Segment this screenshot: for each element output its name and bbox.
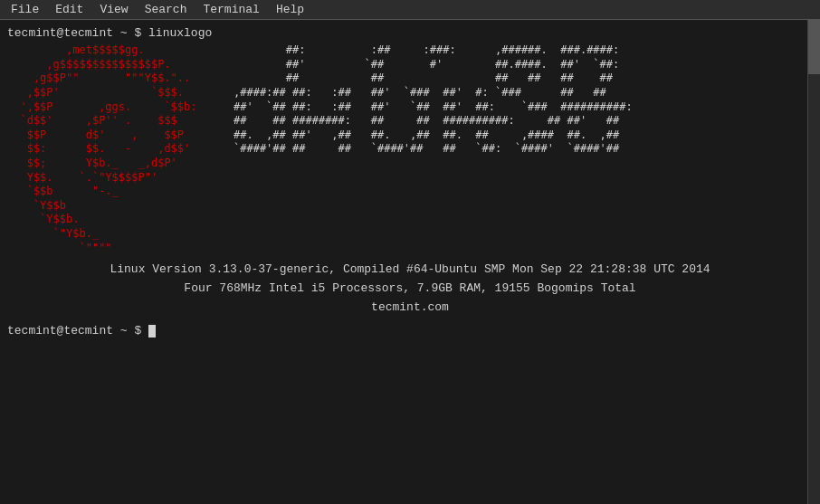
prompt-text-2: tecmint@tecmint ~ $ <box>7 324 148 338</box>
cursor <box>148 325 156 338</box>
system-info-line1: Linux Version 3.13.0-37-generic, Compile… <box>7 261 813 280</box>
menu-help[interactable]: Help <box>269 1 311 18</box>
system-info-line2: Four 768MHz Intel i5 Processors, 7.9GB R… <box>7 280 813 299</box>
menu-view[interactable]: View <box>92 1 135 18</box>
tux-ascii-art: ,met$$$$$gg. ,g$$$$$$$$$$$$$$$P. ,g$$P""… <box>7 43 224 255</box>
prompt-line-1: tecmint@tecmint ~ $ linuxlogo <box>7 25 813 42</box>
scrollbar[interactable] <box>807 20 820 504</box>
scrollbar-thumb[interactable] <box>808 20 820 74</box>
menu-edit[interactable]: Edit <box>48 1 91 18</box>
system-info: Linux Version 3.13.0-37-generic, Compile… <box>7 261 813 317</box>
prompt-user-host: tecmint@tecmint ~ $ linuxlogo <box>7 26 212 40</box>
menu-search[interactable]: Search <box>138 1 195 18</box>
linux-ascii-art: ##: :## :###: ,######. ###.####: ##' `##… <box>234 43 633 255</box>
terminal[interactable]: tecmint@tecmint ~ $ linuxlogo ,met$$$$$g… <box>0 20 820 504</box>
menu-file[interactable]: File <box>4 1 46 18</box>
prompt-line-2: tecmint@tecmint ~ $ <box>7 324 813 338</box>
menubar: File Edit View Search Terminal Help <box>0 0 820 20</box>
logo-container: ,met$$$$$gg. ,g$$$$$$$$$$$$$$$P. ,g$$P""… <box>7 43 813 255</box>
menu-terminal[interactable]: Terminal <box>195 1 266 18</box>
system-info-line3: tecmint.com <box>7 299 813 318</box>
